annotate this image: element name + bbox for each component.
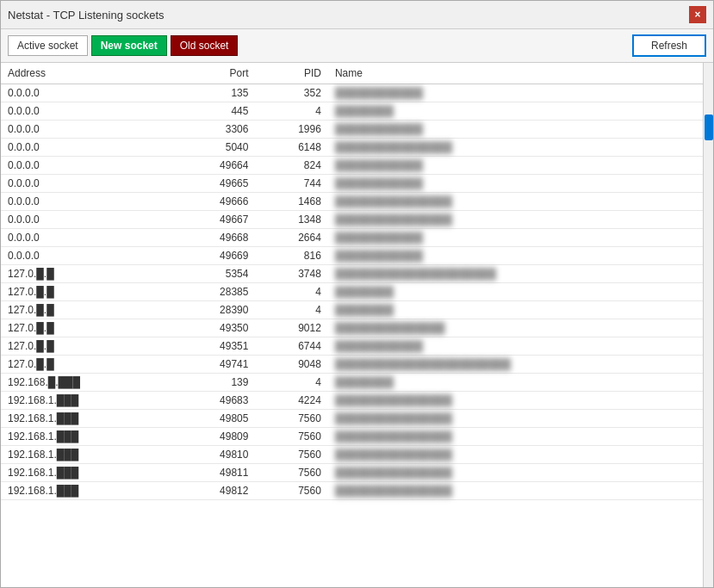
cell-port: 49668 — [171, 229, 256, 247]
cell-pid: 4 — [255, 283, 327, 301]
cell-name: ████████████ — [328, 84, 703, 102]
table-row[interactable]: 0.0.0.0496671348████████████████ — [1, 211, 703, 229]
table-row[interactable]: 192.168.1.███498107560████████████████ — [1, 446, 703, 464]
table-row[interactable]: 0.0.0.0496661468████████████████ — [1, 193, 703, 211]
cell-port: 49350 — [171, 319, 256, 337]
sockets-table: Address Port PID Name 0.0.0.0135352█████… — [1, 63, 703, 500]
cell-port: 3306 — [171, 121, 256, 139]
cell-address: 127.0.█.█ — [1, 356, 171, 374]
table-row[interactable]: 0.0.0.04454████████ — [1, 102, 703, 121]
table-row[interactable]: 127.0.█.█493509012███████████████ — [1, 319, 703, 337]
cell-name: ████████ — [328, 283, 703, 301]
cell-port: 5040 — [171, 139, 256, 157]
cell-name: ████████████ — [328, 337, 703, 356]
table-row[interactable]: 0.0.0.049669816████████████ — [1, 247, 703, 265]
cell-address: 127.0.█.█ — [1, 265, 171, 283]
cell-address: 127.0.█.█ — [1, 283, 171, 301]
cell-name: ████████████████ — [328, 428, 703, 446]
table-row[interactable]: 127.0.█.█283854████████ — [1, 283, 703, 301]
cell-name: ████████████████ — [328, 464, 703, 482]
table-row[interactable]: 127.0.█.█283904████████ — [1, 301, 703, 319]
col-pid: PID — [255, 63, 327, 84]
cell-name: ████████████ — [328, 157, 703, 175]
cell-address: 192.168.1.███ — [1, 428, 171, 446]
cell-address: 0.0.0.0 — [1, 175, 171, 193]
cell-name: ████████████████████████ — [328, 356, 703, 374]
scrollbar-thumb[interactable] — [705, 115, 713, 140]
table-container[interactable]: Address Port PID Name 0.0.0.0135352█████… — [1, 63, 703, 587]
cell-pid: 6148 — [255, 139, 327, 157]
table-row[interactable]: 0.0.0.0135352████████████ — [1, 84, 703, 102]
new-socket-button[interactable]: New socket — [91, 35, 167, 56]
table-row[interactable]: 127.0.█.█497419048██████████████████████… — [1, 356, 703, 374]
table-row[interactable]: 0.0.0.049664824████████████ — [1, 157, 703, 175]
cell-address: 127.0.█.█ — [1, 301, 171, 319]
close-button[interactable]: × — [689, 6, 706, 23]
cell-name: ████████████████ — [328, 446, 703, 464]
cell-port: 49809 — [171, 428, 256, 446]
table-row[interactable]: 192.168.1.███498117560████████████████ — [1, 464, 703, 482]
table-row[interactable]: 0.0.0.050406148████████████████ — [1, 139, 703, 157]
cell-port: 445 — [171, 102, 256, 121]
cell-address: 0.0.0.0 — [1, 157, 171, 175]
cell-name: ████████████ — [328, 247, 703, 265]
table-row[interactable]: 192.168.1.███498097560████████████████ — [1, 428, 703, 446]
cell-port: 49665 — [171, 175, 256, 193]
cell-port: 49666 — [171, 193, 256, 211]
cell-port: 49664 — [171, 157, 256, 175]
table-row[interactable]: 192.168.1.███498127560████████████████ — [1, 482, 703, 500]
cell-name: ████████ — [328, 102, 703, 121]
cell-address: 0.0.0.0 — [1, 102, 171, 121]
table-row[interactable]: 127.0.█.█53543748██████████████████████ — [1, 265, 703, 283]
table-row[interactable]: 192.168.1.███496834224████████████████ — [1, 392, 703, 410]
cell-pid: 4 — [255, 102, 327, 121]
cell-port: 28390 — [171, 301, 256, 319]
cell-port: 135 — [171, 84, 256, 102]
cell-pid: 7560 — [255, 428, 327, 446]
cell-address: 192.168.1.███ — [1, 392, 171, 410]
cell-name: ████████████████ — [328, 193, 703, 211]
cell-name: ████████████████ — [328, 410, 703, 428]
col-port: Port — [171, 63, 256, 84]
table-row[interactable]: 0.0.0.049665744████████████ — [1, 175, 703, 193]
scrollbar-track[interactable] — [703, 63, 713, 587]
cell-pid: 1996 — [255, 121, 327, 139]
active-socket-button[interactable]: Active socket — [8, 35, 88, 56]
cell-name: ██████████████████████ — [328, 265, 703, 283]
table-row[interactable]: 127.0.█.█493516744████████████ — [1, 337, 703, 356]
cell-port: 49351 — [171, 337, 256, 356]
cell-port: 49812 — [171, 482, 256, 500]
cell-pid: 816 — [255, 247, 327, 265]
window-title: Netstat - TCP Listening sockets — [8, 9, 165, 22]
cell-address: 0.0.0.0 — [1, 84, 171, 102]
cell-name: ████████████████ — [328, 482, 703, 500]
table-row[interactable]: 192.168.1.███498057560████████████████ — [1, 410, 703, 428]
cell-pid: 7560 — [255, 410, 327, 428]
cell-pid: 7560 — [255, 482, 327, 500]
cell-port: 49805 — [171, 410, 256, 428]
cell-port: 139 — [171, 374, 256, 392]
cell-pid: 7560 — [255, 464, 327, 482]
cell-name: ████████████████ — [328, 211, 703, 229]
cell-pid: 1468 — [255, 193, 327, 211]
old-socket-button[interactable]: Old socket — [171, 35, 239, 56]
refresh-button[interactable]: Refresh — [632, 34, 706, 57]
table-header-row: Address Port PID Name — [1, 63, 703, 84]
cell-address: 0.0.0.0 — [1, 247, 171, 265]
cell-pid: 9012 — [255, 319, 327, 337]
cell-pid: 3748 — [255, 265, 327, 283]
cell-pid: 352 — [255, 84, 327, 102]
table-body: 0.0.0.0135352████████████0.0.0.04454████… — [1, 84, 703, 500]
cell-port: 5354 — [171, 265, 256, 283]
cell-port: 49669 — [171, 247, 256, 265]
table-row[interactable]: 192.168.█.███1394████████ — [1, 374, 703, 392]
cell-name: ███████████████ — [328, 319, 703, 337]
cell-name: ████████ — [328, 301, 703, 319]
main-window: Netstat - TCP Listening sockets × Active… — [0, 0, 714, 588]
col-name: Name — [328, 63, 703, 84]
table-row[interactable]: 0.0.0.033061996████████████ — [1, 121, 703, 139]
cell-name: ████████████ — [328, 121, 703, 139]
table-row[interactable]: 0.0.0.0496682664████████████ — [1, 229, 703, 247]
cell-address: 0.0.0.0 — [1, 139, 171, 157]
cell-name: ████████████ — [328, 175, 703, 193]
